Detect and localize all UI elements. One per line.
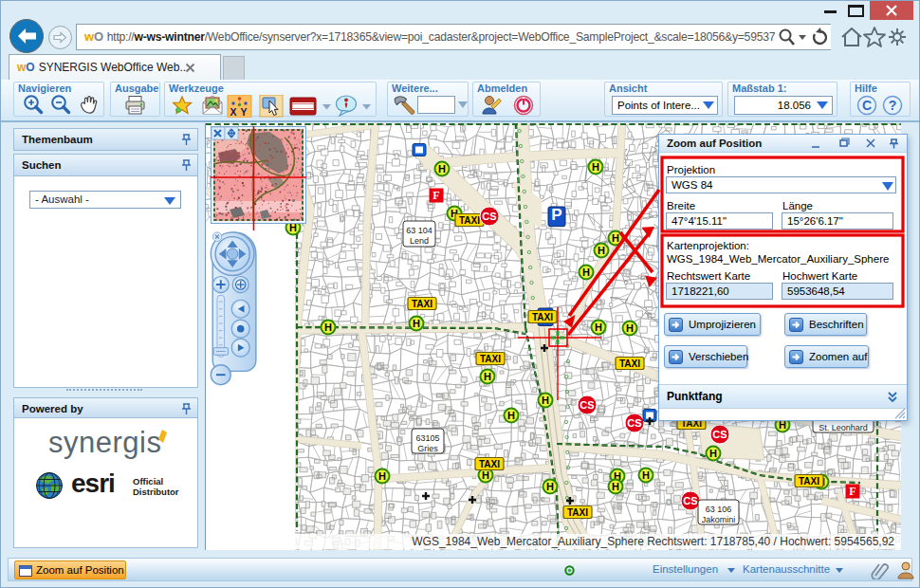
svg-text:St. Leonhard: St. Leonhard [819,423,868,432]
svg-text:H: H [612,481,619,492]
svg-text:H: H [438,163,446,175]
svg-text:C: C [862,98,872,113]
svg-text:F: F [432,189,439,202]
svg-text:CS: CS [580,399,594,411]
svg-text:?: ? [889,98,897,113]
svg-text:63105: 63105 [415,433,439,443]
svg-text:TAXI: TAXI [619,358,640,369]
svg-text:H: H [642,469,650,481]
svg-text:63 104: 63 104 [406,226,432,235]
svg-text:CS: CS [482,211,496,222]
svg-text:F: F [849,485,856,498]
svg-text:TAXI: TAXI [479,459,500,469]
svg-text:H: H [482,469,489,481]
svg-text:TAXI: TAXI [480,354,501,364]
svg-text:63 106: 63 106 [706,505,732,514]
svg-text:H: H [582,266,590,278]
svg-text:TAXI: TAXI [567,507,588,518]
svg-text:TAXI: TAXI [412,299,432,309]
svg-text:H: H [592,161,599,173]
svg-text:TAXI: TAXI [459,215,480,226]
svg-text:H: H [612,232,619,244]
svg-text:H: H [626,322,634,334]
svg-text:CS: CS [712,429,727,440]
svg-text:H: H [507,410,515,421]
svg-text:CS: CS [683,495,697,506]
svg-text:Y: Y [241,106,248,118]
svg-text:H: H [709,448,717,459]
svg-text:H: H [595,322,602,333]
svg-text:H: H [413,318,420,329]
svg-text:Jakomini: Jakomini [702,515,736,524]
svg-text:H: H [542,395,549,406]
svg-text:Gries: Gries [417,444,438,453]
svg-text:CS: CS [627,417,641,429]
svg-text:H: H [598,245,605,256]
svg-text:H: H [324,322,332,333]
svg-text:H: H [378,470,386,482]
svg-text:TAXI: TAXI [532,312,553,322]
svg-text:X: X [230,106,237,118]
svg-text:H: H [546,481,554,492]
svg-text:P: P [551,206,561,224]
svg-text:H: H [484,371,491,382]
svg-text:Lend: Lend [410,236,429,246]
svg-text:E/A: E/A [549,230,558,235]
svg-text:TAXI: TAXI [799,476,819,487]
